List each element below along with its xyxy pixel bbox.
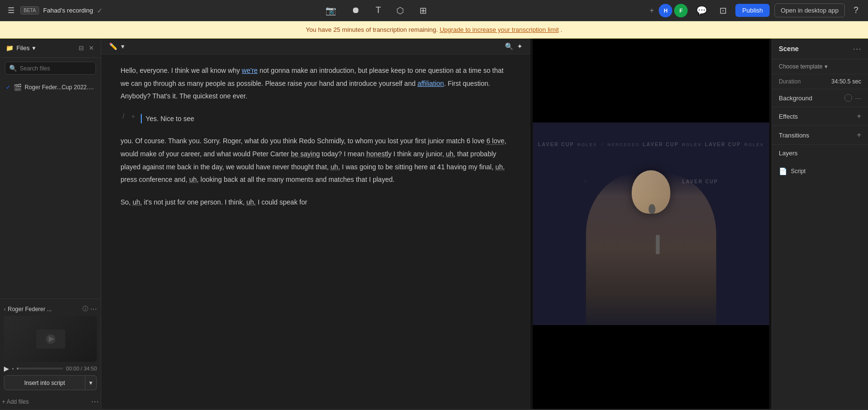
script-layer-label: Script	[791, 168, 806, 175]
file-name: Roger Feder...Cup 2022.mp4	[25, 84, 95, 91]
clip-header-actions: ⓘ ⋯	[82, 305, 97, 313]
file-list: ✓ 🎬 Roger Feder...Cup 2022.mp4	[0, 79, 101, 297]
script-paragraph-3: you. Of course. Thank you. Sorry. Roger,…	[121, 135, 511, 186]
dot-indicator: •	[12, 366, 14, 371]
scene-title: Scene	[779, 45, 799, 53]
search-input-wrap: 🔍	[5, 62, 96, 75]
open-desktop-button[interactable]: Open in desktop app	[774, 3, 845, 17]
add-files-button[interactable]: + Add files	[2, 398, 29, 405]
more-options-button[interactable]: ⋯	[91, 397, 99, 406]
layout-button[interactable]: ⊡	[716, 3, 731, 18]
text-be-saying[interactable]: be saying	[291, 150, 320, 158]
script-search-button[interactable]: 🔍	[505, 42, 513, 50]
duration-label: Duration	[779, 78, 800, 85]
script-paragraph-4: So, uh, it's not just for one person. I …	[121, 196, 511, 209]
publish-button[interactable]: Publish	[735, 4, 770, 17]
toolbar-chevron[interactable]: ▾	[121, 42, 124, 50]
video-frame: LAVER CUP ROLEX ⊙ MERCEDES LAVER CUP ROL…	[533, 39, 769, 409]
video-preview: LAVER CUP ROLEX ⊙ MERCEDES LAVER CUP ROL…	[533, 123, 769, 325]
close-panel-button[interactable]: ✕	[88, 43, 95, 53]
comment-button[interactable]: 💬	[692, 3, 711, 18]
files-panel-header: 📁 Files ▾ ⊟ ✕	[0, 39, 101, 58]
prev-clip-button[interactable]: ‹	[4, 306, 6, 313]
script-layer-icon: 📄	[779, 167, 787, 175]
clip-header: ‹ Roger Federer ... ⓘ ⋯	[4, 305, 97, 313]
script-area: ✏️ ▾ 🔍 ✦ Hello, everyone. I think we all…	[101, 39, 530, 409]
text-honestly[interactable]: honestly	[366, 150, 392, 158]
background-dash: —	[855, 95, 861, 102]
avatar-f: F	[674, 4, 688, 17]
cursor-line: / + Yes. Nice to see	[121, 112, 511, 125]
toolbar-right: + H F 💬 ⊡ Publish Open in desktop app ?	[650, 3, 862, 18]
filter-button[interactable]: ⊟	[78, 43, 85, 53]
scene-header: Scene ⋯	[772, 39, 868, 59]
add-plus-button[interactable]: +	[129, 112, 137, 120]
script-content: Hello, everyone. I think we all know why…	[101, 55, 530, 409]
search-container: 🔍	[0, 58, 101, 79]
main-layout: 📁 Files ▾ ⊟ ✕ 🔍 ✓ 🎬 Roger Feder...Cup 20…	[0, 39, 868, 409]
check-icon: ✓	[97, 7, 103, 14]
text-link-affiliation[interactable]: affiliation	[418, 80, 444, 87]
clip-play-button[interactable]: ▶	[4, 365, 9, 372]
effects-section[interactable]: Effects +	[772, 107, 868, 126]
layers-list: 📄 Script	[772, 162, 868, 181]
add-inline-button[interactable]: /	[121, 112, 126, 120]
thumbnail-placeholder-icon	[36, 329, 65, 349]
insert-dropdown-button[interactable]: ▾	[85, 375, 97, 390]
edit-mode-button[interactable]: ✏️	[109, 42, 117, 50]
scene-more-button[interactable]: ⋯	[853, 43, 861, 54]
script-magic-button[interactable]: ✦	[517, 42, 523, 50]
help-button[interactable]: ?	[850, 3, 862, 17]
effects-label: Effects	[779, 113, 798, 120]
background-section[interactable]: Background —	[772, 89, 868, 107]
script-toolbar: ✏️ ▾ 🔍 ✦	[101, 39, 530, 55]
panel-actions: ⊟ ✕	[78, 43, 95, 53]
text-uh2[interactable]: uh,	[331, 163, 340, 171]
text-uh5[interactable]: uh,	[133, 198, 142, 206]
template-chevron-icon: ▾	[825, 63, 827, 70]
script-paragraph-1: Hello, everyone. I think we all know why…	[121, 64, 511, 103]
upgrade-link[interactable]: Upgrade to increase your transcription l…	[440, 26, 559, 33]
video-panel: LAVER CUP ROLEX ⊙ MERCEDES LAVER CUP ROL…	[530, 39, 772, 409]
transitions-section[interactable]: Transitions +	[772, 126, 868, 145]
text-cursor	[141, 114, 142, 123]
duration-row: Duration 34:50.5 sec	[772, 74, 868, 89]
text-uh3[interactable]: uh,	[495, 163, 504, 171]
files-label[interactable]: 📁 Files ▾	[6, 44, 36, 52]
clip-title: Roger Federer ...	[8, 306, 52, 313]
timeline-mini-progress	[17, 368, 18, 369]
list-item[interactable]: ✓ 🎬 Roger Feder...Cup 2022.mp4	[4, 81, 97, 94]
search-icon: 🔍	[9, 65, 17, 72]
right-panel: Scene ⋯ Choose template ▾ Duration 34:50…	[772, 39, 868, 409]
script-toolbar-right: 🔍 ✦	[505, 42, 523, 50]
effects-add-button[interactable]: +	[857, 112, 861, 121]
layers-section-header[interactable]: Layers	[772, 145, 868, 162]
record-icon-button[interactable]: ⏺	[348, 3, 364, 17]
clip-nav: ‹ Roger Federer ...	[4, 306, 52, 313]
text-6love[interactable]: 6 love	[487, 137, 504, 145]
insert-into-script-button[interactable]: Insert into script	[4, 375, 85, 390]
text-uh6[interactable]: uh,	[246, 198, 256, 206]
clip-timeline-mini[interactable]	[17, 368, 63, 369]
add-collaborator-icon[interactable]: +	[650, 6, 654, 15]
search-input[interactable]	[20, 65, 92, 72]
choose-template-button[interactable]: Choose template ▾	[779, 63, 827, 70]
transitions-label: Transitions	[779, 132, 809, 139]
text-uh4[interactable]: uh,	[189, 176, 198, 183]
script-layer-item[interactable]: 📄 Script	[779, 165, 861, 177]
transitions-add-button[interactable]: +	[857, 131, 861, 139]
clip-more-button[interactable]: ⋯	[90, 305, 97, 313]
left-panel: 📁 Files ▾ ⊟ ✕ 🔍 ✓ 🎬 Roger Feder...Cup 20…	[0, 39, 101, 409]
avatar-group: H F	[659, 4, 688, 17]
menu-button[interactable]: ☰	[6, 4, 16, 17]
grid-icon-button[interactable]: ⊞	[416, 3, 431, 18]
text-link-were[interactable]: we're	[242, 67, 258, 74]
recording-title: Fahad's recording	[43, 7, 93, 14]
transcription-banner: You have 25 minutes of transcription rem…	[0, 21, 868, 39]
text-icon-button[interactable]: T	[372, 3, 385, 17]
text-uh1[interactable]: uh,	[446, 150, 455, 158]
camera-icon-button[interactable]: 📷	[322, 3, 340, 18]
insert-btn-group: Insert into script ▾	[4, 375, 97, 390]
shape-icon-button[interactable]: ⬡	[393, 3, 408, 18]
clip-info-button[interactable]: ⓘ	[82, 305, 88, 313]
